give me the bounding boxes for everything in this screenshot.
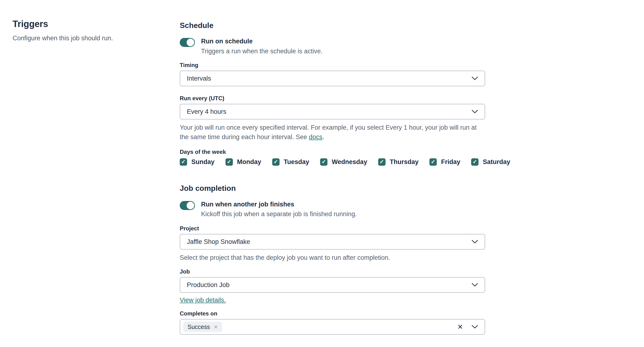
triggers-form: Schedule Run on schedule Triggers a run … xyxy=(180,0,485,335)
run-on-schedule-toggle[interactable] xyxy=(180,38,195,47)
project-selected-value: Jaffle Shop Snowflake xyxy=(187,238,250,246)
day-checkbox-thursday[interactable]: ✓ Thursday xyxy=(378,158,419,166)
job-selected-value: Production Job xyxy=(187,281,230,289)
toggle-knob xyxy=(186,39,194,46)
project-label: Project xyxy=(180,225,485,232)
run-when-finishes-toggle[interactable] xyxy=(180,201,195,210)
chevron-down-icon xyxy=(472,240,478,244)
completes-on-multiselect[interactable]: Success ✕ ✕ xyxy=(180,319,485,335)
project-select[interactable]: Jaffle Shop Snowflake xyxy=(180,234,485,250)
day-label: Monday xyxy=(237,158,261,166)
toggle-knob xyxy=(186,202,194,209)
docs-link[interactable]: docs xyxy=(309,133,322,141)
check-icon: ✓ xyxy=(380,159,384,164)
days-of-week-label: Days of the week xyxy=(180,148,485,155)
chevron-down-icon xyxy=(472,110,478,113)
day-checkbox-tuesday[interactable]: ✓ Tuesday xyxy=(272,158,310,166)
checkbox-checked-icon[interactable]: ✓ xyxy=(320,158,328,166)
chevron-down-icon xyxy=(472,76,478,80)
run-every-selected-value: Every 4 hours xyxy=(187,108,226,115)
checkbox-checked-icon[interactable]: ✓ xyxy=(226,158,233,166)
run-on-schedule-row: Run on schedule Triggers a run when the … xyxy=(180,37,485,55)
job-label: Job xyxy=(180,268,485,275)
check-icon: ✓ xyxy=(274,159,278,164)
schedule-section-heading: Schedule xyxy=(180,21,485,30)
check-icon: ✓ xyxy=(472,159,477,164)
run-when-finishes-label: Run when another job finishes xyxy=(201,201,357,209)
run-on-schedule-label: Run on schedule xyxy=(201,37,322,45)
triggers-sidebar: Triggers Configure when this job should … xyxy=(12,19,164,42)
day-label: Thursday xyxy=(390,158,419,166)
checkbox-checked-icon[interactable]: ✓ xyxy=(180,158,187,166)
day-label: Saturday xyxy=(483,158,510,166)
timing-selected-value: Intervals xyxy=(187,75,211,82)
chip-close-icon[interactable]: ✕ xyxy=(214,325,218,330)
run-when-finishes-description: Kickoff this job when a separate job is … xyxy=(201,210,357,218)
checkbox-checked-icon[interactable]: ✓ xyxy=(272,158,280,166)
help-text-after-link: . xyxy=(322,133,324,141)
run-on-schedule-description: Triggers a run when the schedule is acti… xyxy=(201,47,322,55)
run-when-finishes-text: Run when another job finishes Kickoff th… xyxy=(201,201,357,219)
day-label: Tuesday xyxy=(284,158,310,166)
day-checkbox-friday[interactable]: ✓ Friday xyxy=(430,158,460,166)
view-job-details-link[interactable]: View job details. xyxy=(180,297,226,304)
project-help-text: Select the project that has the deploy j… xyxy=(180,253,485,262)
job-completion-section-heading: Job completion xyxy=(180,184,485,193)
help-text-before-link: Your job will run once every specified i… xyxy=(180,124,476,141)
day-label: Sunday xyxy=(191,158,214,166)
check-icon: ✓ xyxy=(431,159,435,164)
chevron-down-icon[interactable] xyxy=(472,325,478,329)
day-label: Wednesday xyxy=(332,158,367,166)
chip-success[interactable]: Success ✕ xyxy=(183,322,222,332)
chevron-down-icon xyxy=(472,283,478,287)
run-on-schedule-text: Run on schedule Triggers a run when the … xyxy=(201,37,322,55)
day-checkbox-saturday[interactable]: ✓ Saturday xyxy=(471,158,510,166)
check-icon: ✓ xyxy=(322,159,326,164)
day-checkbox-wednesday[interactable]: ✓ Wednesday xyxy=(320,158,367,166)
timing-select[interactable]: Intervals xyxy=(180,71,485,86)
multiselect-controls: ✕ xyxy=(458,324,478,331)
run-when-finishes-row: Run when another job finishes Kickoff th… xyxy=(180,201,485,219)
checkbox-checked-icon[interactable]: ✓ xyxy=(378,158,386,166)
day-checkbox-sunday[interactable]: ✓ Sunday xyxy=(180,158,214,166)
page-subtitle: Configure when this job should run. xyxy=(12,34,164,42)
run-every-label: Run every (UTC) xyxy=(180,95,485,102)
selected-chips: Success ✕ xyxy=(183,322,458,332)
checkbox-checked-icon[interactable]: ✓ xyxy=(430,158,437,166)
clear-all-icon[interactable]: ✕ xyxy=(458,324,463,331)
chip-label: Success xyxy=(188,324,210,331)
days-of-week-row: ✓ Sunday ✓ Monday ✓ Tuesday ✓ Wednesday … xyxy=(180,158,485,166)
day-checkbox-monday[interactable]: ✓ Monday xyxy=(226,158,261,166)
check-icon: ✓ xyxy=(227,159,231,164)
timing-label: Timing xyxy=(180,62,485,69)
day-label: Friday xyxy=(441,158,460,166)
completes-on-label: Completes on xyxy=(180,310,485,317)
check-icon: ✓ xyxy=(181,159,186,164)
run-every-help-text: Your job will run once every specified i… xyxy=(180,123,485,142)
page-title: Triggers xyxy=(12,19,164,29)
job-select[interactable]: Production Job xyxy=(180,277,485,293)
checkbox-checked-icon[interactable]: ✓ xyxy=(471,158,478,166)
run-every-select[interactable]: Every 4 hours xyxy=(180,104,485,119)
